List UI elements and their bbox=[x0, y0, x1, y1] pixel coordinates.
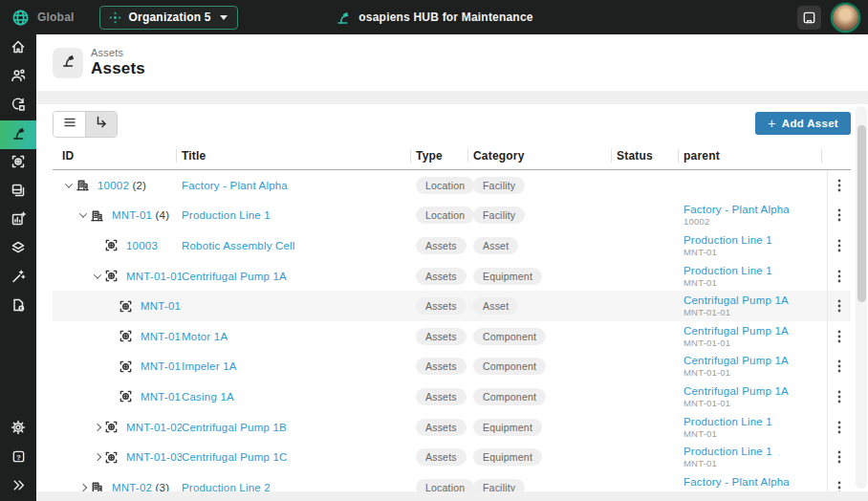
row-menu-button[interactable] bbox=[837, 178, 841, 193]
row-menu-button[interactable] bbox=[837, 298, 841, 314]
table-row[interactable]: 10003 Robotic Assembly Cell Assets Asset… bbox=[53, 230, 851, 261]
add-asset-button[interactable]: + Add Asset bbox=[755, 112, 851, 135]
asset-id-link[interactable]: MNT-01 bbox=[112, 209, 152, 221]
vertical-scrollbar-track[interactable] bbox=[856, 106, 867, 489]
sidebar-item-settings[interactable] bbox=[0, 415, 36, 444]
expand-toggle[interactable] bbox=[91, 273, 104, 279]
parent-link[interactable]: Centrifugal Pump 1A bbox=[684, 325, 789, 338]
row-menu-button[interactable] bbox=[837, 238, 841, 253]
column-header-id[interactable]: ID bbox=[53, 142, 182, 169]
type-badge: Assets bbox=[416, 237, 467, 254]
sidebar-item-workspaces[interactable] bbox=[0, 178, 36, 207]
asset-id-link[interactable]: MNT-01- bbox=[141, 331, 182, 342]
row-menu-button[interactable] bbox=[837, 269, 841, 284]
expand-toggle[interactable] bbox=[76, 485, 90, 490]
asset-title-link[interactable]: Centrifugal Pump 1B bbox=[182, 422, 287, 433]
asset-id-link[interactable]: MNT-02 bbox=[112, 482, 152, 491]
column-header-status[interactable]: Status bbox=[617, 142, 684, 169]
column-header-title[interactable]: Title bbox=[182, 142, 416, 169]
parent-link[interactable]: Production Line 1 bbox=[684, 234, 772, 247]
parent-link[interactable]: Centrifugal Pump 1A bbox=[684, 294, 789, 307]
table-row[interactable]: MNT-01-02 Centrifugal Pump 1B Assets Equ… bbox=[53, 412, 851, 443]
category-badge: Equipment bbox=[473, 419, 542, 436]
table-row[interactable]: MNT-01-01 Centrifugal Pump 1A Assets Equ… bbox=[53, 261, 851, 292]
asset-id-link[interactable]: MNT-01- bbox=[141, 360, 182, 372]
parent-link[interactable]: Centrifugal Pump 1A bbox=[684, 355, 789, 367]
column-header-type[interactable]: Type bbox=[416, 142, 473, 169]
row-menu-button[interactable] bbox=[837, 449, 841, 465]
sidebar-item-documents[interactable] bbox=[0, 293, 36, 321]
table-row[interactable]: MNT-01- Impeler 1A Assets Component Cent… bbox=[53, 352, 851, 382]
table-row[interactable]: 10002 (2) Factory - Plant Alpha Location… bbox=[53, 170, 851, 201]
row-menu-button[interactable] bbox=[837, 389, 841, 404]
asset-title-link[interactable]: Robotic Assembly Cell bbox=[182, 240, 295, 251]
type-badge: Assets bbox=[416, 268, 467, 285]
sidebar-item-layers[interactable] bbox=[0, 235, 36, 264]
column-header-category[interactable]: Category bbox=[473, 142, 617, 169]
column-header-parent[interactable]: parent bbox=[684, 142, 827, 169]
asset-id-link[interactable]: MNT-01-03 bbox=[126, 451, 182, 463]
sidebar-item-expand[interactable] bbox=[0, 472, 36, 501]
tree-view-button[interactable] bbox=[85, 112, 117, 137]
asset-icon bbox=[119, 329, 138, 343]
row-menu-button[interactable] bbox=[837, 359, 841, 374]
expand-toggle[interactable] bbox=[76, 212, 90, 218]
asset-id-link[interactable]: 10002 bbox=[98, 180, 129, 191]
table-toolbar: + Add Asset bbox=[36, 104, 868, 140]
status-cell bbox=[617, 352, 684, 382]
sidebar-item-team[interactable] bbox=[0, 63, 36, 92]
organization-icon bbox=[108, 11, 122, 25]
row-menu-button[interactable] bbox=[837, 480, 841, 491]
category-badge: Equipment bbox=[473, 268, 542, 285]
asset-title-link[interactable]: Production Line 1 bbox=[182, 209, 271, 221]
asset-icon bbox=[104, 420, 123, 434]
global-scope-button[interactable] bbox=[11, 9, 30, 27]
parent-link[interactable]: Production Line 1 bbox=[684, 265, 772, 277]
asset-icon bbox=[104, 238, 123, 252]
table-row[interactable]: MNT-01- Motor 1A Assets Component Centri… bbox=[53, 321, 851, 352]
organization-selector[interactable]: Organization 5 bbox=[99, 6, 238, 30]
asset-id-link[interactable]: MNT-01- bbox=[141, 300, 182, 312]
asset-title-link[interactable]: Casing 1A bbox=[182, 391, 234, 403]
sidebar-item-home[interactable] bbox=[0, 34, 36, 63]
expand-toggle[interactable] bbox=[62, 183, 76, 188]
asset-title-link[interactable]: Motor 1A bbox=[182, 331, 228, 342]
table-row[interactable]: MNT-01-03 Centrifugal Pump 1C Assets Equ… bbox=[53, 442, 851, 472]
parent-link[interactable]: Factory - Plant Alpha bbox=[684, 476, 790, 489]
type-badge: Assets bbox=[416, 419, 467, 436]
user-avatar[interactable] bbox=[833, 5, 858, 31]
parent-link[interactable]: Production Line 1 bbox=[684, 446, 772, 458]
table-row[interactable]: MNT-01- Casing 1A Assets Component Centr… bbox=[53, 381, 851, 412]
table-row[interactable]: MNT-01 (4) Production Line 1 Location Fa… bbox=[53, 201, 851, 231]
expand-toggle[interactable] bbox=[91, 454, 104, 460]
asset-id-link[interactable]: 10003 bbox=[126, 240, 158, 251]
row-menu-button[interactable] bbox=[837, 329, 841, 344]
expand-toggle[interactable] bbox=[91, 425, 104, 430]
asset-title-link[interactable]: Production Line 2 bbox=[182, 482, 271, 491]
category-badge: Component bbox=[473, 358, 546, 375]
asset-id-link[interactable]: MNT-01- bbox=[141, 391, 182, 403]
row-menu-button[interactable] bbox=[837, 207, 841, 223]
asset-title-link[interactable]: Impeler 1A bbox=[182, 360, 237, 372]
sidebar-item-sync[interactable] bbox=[0, 92, 36, 120]
parent-link[interactable]: Factory - Plant Alpha bbox=[684, 204, 790, 216]
list-view-button[interactable] bbox=[54, 112, 85, 137]
table-row[interactable]: MNT-01- Assets Asset Centrifugal Pump 1A… bbox=[53, 291, 851, 321]
sidebar-item-operations[interactable] bbox=[0, 149, 36, 178]
asset-title-link[interactable]: Centrifugal Pump 1A bbox=[182, 271, 287, 282]
asset-title-link[interactable]: Factory - Plant Alpha bbox=[182, 180, 288, 191]
row-menu-button[interactable] bbox=[837, 420, 841, 435]
asset-icon bbox=[119, 389, 138, 403]
sidebar-item-automation[interactable] bbox=[0, 264, 36, 293]
device-mode-button[interactable] bbox=[797, 6, 821, 30]
asset-id-link[interactable]: MNT-01-02 bbox=[126, 422, 182, 433]
asset-id-link[interactable]: MNT-01-01 bbox=[126, 271, 182, 282]
sidebar-item-help[interactable]: ? bbox=[0, 444, 36, 472]
sidebar-item-reports[interactable] bbox=[0, 207, 36, 235]
parent-link[interactable]: Centrifugal Pump 1A bbox=[684, 385, 789, 398]
table-row[interactable]: MNT-02 (3) Production Line 2 Location Fa… bbox=[53, 472, 851, 491]
sidebar-item-assets[interactable] bbox=[0, 120, 36, 149]
vertical-scrollbar-thumb[interactable] bbox=[857, 125, 866, 302]
asset-title-link[interactable]: Centrifugal Pump 1C bbox=[182, 451, 288, 463]
parent-link[interactable]: Production Line 1 bbox=[684, 416, 772, 428]
